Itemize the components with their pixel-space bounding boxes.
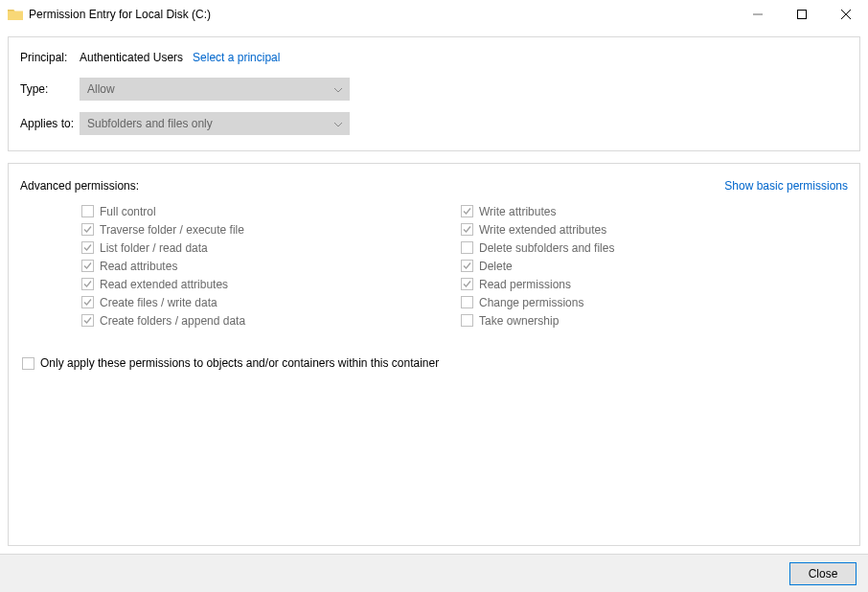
permissions-panel: Advanced permissions: Show basic permiss… bbox=[8, 163, 860, 546]
permission-checkbox[interactable] bbox=[461, 260, 473, 272]
permission-label: Traverse folder / execute file bbox=[100, 223, 244, 237]
permission-item: Write attributes bbox=[461, 202, 614, 220]
permission-checkbox[interactable] bbox=[81, 223, 94, 236]
permission-item: Change permissions bbox=[461, 293, 614, 311]
select-principal-link[interactable]: Select a principal bbox=[193, 51, 280, 64]
permission-item: Write extended attributes bbox=[461, 220, 614, 239]
permission-label: Take ownership bbox=[479, 314, 559, 328]
window-controls bbox=[736, 0, 868, 29]
type-label: Type: bbox=[20, 82, 80, 96]
close-window-button[interactable] bbox=[824, 0, 868, 29]
permission-item: Read attributes bbox=[81, 257, 438, 275]
permission-label: Change permissions bbox=[479, 296, 583, 309]
permission-checkbox[interactable] bbox=[81, 205, 94, 217]
permission-label: Write extended attributes bbox=[479, 223, 606, 237]
permission-label: Read attributes bbox=[100, 260, 177, 273]
permission-checkbox[interactable] bbox=[81, 296, 94, 308]
applies-to-select[interactable]: Subfolders and files only bbox=[80, 112, 350, 135]
show-basic-permissions-link[interactable]: Show basic permissions bbox=[724, 179, 848, 193]
permission-item: Read permissions bbox=[461, 275, 614, 293]
minimize-button[interactable] bbox=[736, 0, 780, 29]
permission-label: Create files / write data bbox=[100, 296, 217, 309]
permission-item: Create files / write data bbox=[81, 293, 438, 311]
window-title: Permission Entry for Local Disk (C:) bbox=[29, 8, 211, 21]
applies-to-select-value: Subfolders and files only bbox=[87, 117, 213, 130]
permission-checkbox[interactable] bbox=[461, 241, 473, 254]
only-apply-row: Only apply these permissions to objects … bbox=[20, 356, 848, 370]
principal-row: Principal: Authenticated Users Select a … bbox=[20, 51, 848, 64]
permission-item: Create folders / append data bbox=[81, 311, 438, 330]
permissions-title: Advanced permissions: bbox=[20, 179, 139, 193]
permission-label: Read extended attributes bbox=[100, 278, 228, 291]
maximize-button[interactable] bbox=[780, 0, 824, 29]
chevron-down-icon bbox=[334, 117, 342, 130]
svg-rect-1 bbox=[798, 11, 807, 19]
only-apply-checkbox[interactable] bbox=[22, 357, 34, 370]
permission-checkbox[interactable] bbox=[461, 205, 473, 217]
only-apply-label: Only apply these permissions to objects … bbox=[40, 356, 439, 370]
permission-label: Delete subfolders and files bbox=[479, 241, 614, 255]
principal-panel: Principal: Authenticated Users Select a … bbox=[8, 36, 860, 151]
titlebar: Permission Entry for Local Disk (C:) bbox=[0, 0, 868, 29]
permission-checkbox[interactable] bbox=[461, 223, 473, 236]
permission-item: Traverse folder / execute file bbox=[81, 220, 438, 239]
permission-label: Read permissions bbox=[479, 278, 571, 291]
type-select-value: Allow bbox=[87, 82, 115, 96]
permission-checkbox[interactable] bbox=[81, 278, 94, 290]
permission-item: List folder / read data bbox=[81, 239, 438, 257]
principal-value: Authenticated Users bbox=[80, 51, 183, 64]
permissions-column-left: Full controlTraverse folder / execute fi… bbox=[20, 202, 438, 330]
permission-item: Take ownership bbox=[461, 311, 614, 330]
permission-item: Read extended attributes bbox=[81, 275, 438, 293]
permission-checkbox[interactable] bbox=[81, 260, 94, 272]
permission-label: Delete bbox=[479, 260, 513, 273]
applies-to-label: Applies to: bbox=[20, 117, 80, 130]
permission-checkbox[interactable] bbox=[81, 314, 94, 327]
close-button[interactable]: Close bbox=[789, 562, 857, 585]
permission-checkbox[interactable] bbox=[461, 296, 473, 308]
permission-checkbox[interactable] bbox=[461, 278, 473, 290]
type-select[interactable]: Allow bbox=[80, 78, 350, 101]
permission-checkbox[interactable] bbox=[461, 314, 473, 327]
folder-icon bbox=[8, 8, 23, 21]
permission-label: Create folders / append data bbox=[100, 314, 245, 328]
permission-item: Full control bbox=[81, 202, 438, 220]
permissions-column-right: Write attributesWrite extended attribute… bbox=[438, 202, 614, 330]
permission-label: Write attributes bbox=[479, 205, 556, 218]
footer: Close bbox=[0, 554, 868, 592]
permission-item: Delete subfolders and files bbox=[461, 239, 614, 257]
permission-label: Full control bbox=[100, 205, 156, 218]
permission-checkbox[interactable] bbox=[81, 241, 94, 254]
permission-item: Delete bbox=[461, 257, 614, 275]
applies-to-row: Applies to: Subfolders and files only bbox=[20, 112, 848, 135]
type-row: Type: Allow bbox=[20, 78, 848, 101]
chevron-down-icon bbox=[334, 82, 342, 96]
principal-label: Principal: bbox=[20, 51, 80, 64]
permission-label: List folder / read data bbox=[100, 241, 208, 255]
